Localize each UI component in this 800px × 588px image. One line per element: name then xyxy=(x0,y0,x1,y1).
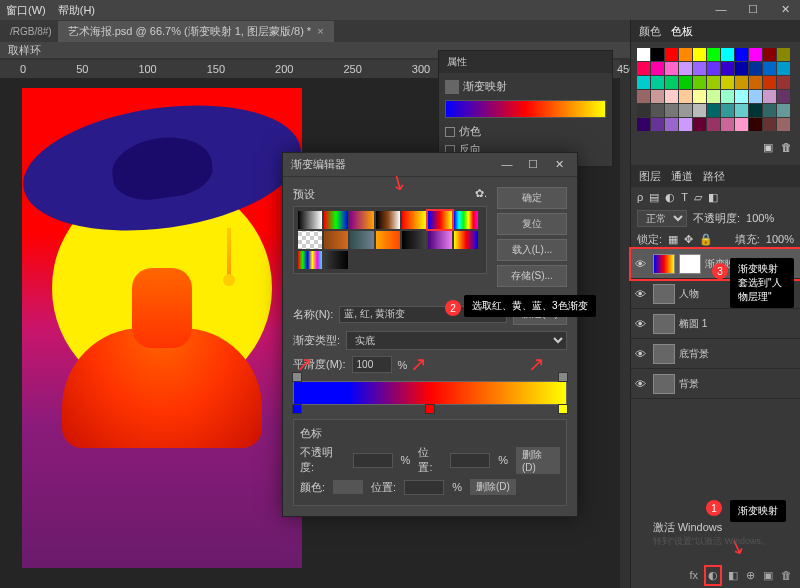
swatch[interactable] xyxy=(651,104,664,117)
swatch[interactable] xyxy=(693,48,706,61)
preset-swatch[interactable] xyxy=(376,231,400,249)
swatch[interactable] xyxy=(777,118,790,131)
layer-thumbnail[interactable] xyxy=(653,344,675,364)
filter-adj-icon[interactable]: ◐ xyxy=(665,191,675,204)
tab-swatches[interactable]: 色板 xyxy=(671,24,693,39)
menu-window[interactable]: 窗口(W) xyxy=(6,3,46,18)
swatch[interactable] xyxy=(749,48,762,61)
preset-swatch[interactable] xyxy=(428,231,452,249)
preset-swatch[interactable] xyxy=(350,211,374,229)
swatch[interactable] xyxy=(651,76,664,89)
layer-thumbnail[interactable] xyxy=(653,284,675,304)
filter-icon[interactable]: ρ xyxy=(637,191,643,203)
swatch[interactable] xyxy=(637,76,650,89)
swatch[interactable] xyxy=(777,48,790,61)
swatch[interactable] xyxy=(665,62,678,75)
swatch[interactable] xyxy=(721,76,734,89)
visibility-icon[interactable]: 👁 xyxy=(635,288,649,300)
swatch-trash-icon[interactable]: 🗑 xyxy=(781,141,792,153)
gradient-preview[interactable] xyxy=(445,100,606,118)
swatch[interactable] xyxy=(679,118,692,131)
preset-swatch[interactable] xyxy=(402,211,426,229)
swatch[interactable] xyxy=(637,48,650,61)
swatch[interactable] xyxy=(721,48,734,61)
swatch[interactable] xyxy=(749,104,762,117)
color-stop-yellow[interactable] xyxy=(558,404,568,414)
color-swatch[interactable] xyxy=(333,480,363,494)
layer-row[interactable]: 👁 底背景 xyxy=(631,339,800,369)
swatch[interactable] xyxy=(707,90,720,103)
filter-text-icon[interactable]: T xyxy=(681,191,688,203)
visibility-icon[interactable]: 👁 xyxy=(635,348,649,360)
preset-swatch[interactable] xyxy=(298,211,322,229)
swatch-new-icon[interactable]: ▣ xyxy=(763,141,773,154)
swatch[interactable] xyxy=(651,48,664,61)
filter-shape-icon[interactable]: ▱ xyxy=(694,191,702,204)
position-input[interactable] xyxy=(450,453,490,468)
swatch[interactable] xyxy=(651,118,664,131)
swatch[interactable] xyxy=(665,104,678,117)
close-icon[interactable]: × xyxy=(317,25,323,37)
swatch[interactable] xyxy=(749,62,762,75)
layer-footer-icon[interactable]: ◧ xyxy=(728,569,738,582)
swatch[interactable] xyxy=(679,62,692,75)
blend-mode-select[interactable]: 正常 xyxy=(637,210,687,227)
tab-color[interactable]: 颜色 xyxy=(639,24,661,39)
visibility-icon[interactable]: 👁 xyxy=(635,378,649,390)
swatch[interactable] xyxy=(679,48,692,61)
cancel-button[interactable]: 复位 xyxy=(497,213,567,235)
preset-swatch[interactable] xyxy=(402,231,426,249)
maximize-button[interactable]: ☐ xyxy=(738,0,768,18)
gradient-bar[interactable] xyxy=(293,381,567,405)
swatch[interactable] xyxy=(679,104,692,117)
swatch[interactable] xyxy=(693,90,706,103)
lock-position-icon[interactable]: ✥ xyxy=(684,233,693,246)
preset-swatch[interactable] xyxy=(298,251,322,269)
lock-pixels-icon[interactable]: ▦ xyxy=(668,233,678,246)
presets-gear-icon[interactable]: ✿. xyxy=(475,187,487,202)
swatch[interactable] xyxy=(763,90,776,103)
swatch[interactable] xyxy=(735,118,748,131)
layer-thumbnail[interactable] xyxy=(653,374,675,394)
swatch[interactable] xyxy=(665,76,678,89)
swatch[interactable] xyxy=(735,90,748,103)
filter-type-icon[interactable]: ▤ xyxy=(649,191,659,204)
preset-swatch[interactable] xyxy=(454,231,478,249)
swatch[interactable] xyxy=(749,76,762,89)
layer-row[interactable]: 👁 背景 xyxy=(631,369,800,399)
swatch[interactable] xyxy=(693,104,706,117)
dialog-maximize-icon[interactable]: ☐ xyxy=(523,158,543,171)
swatch[interactable] xyxy=(651,90,664,103)
swatch[interactable] xyxy=(763,118,776,131)
smooth-input[interactable] xyxy=(352,356,392,373)
lock-all-icon[interactable]: 🔒 xyxy=(699,233,713,246)
swatch[interactable] xyxy=(763,62,776,75)
preset-swatch[interactable] xyxy=(324,211,348,229)
swatch[interactable] xyxy=(665,90,678,103)
swatch[interactable] xyxy=(777,62,790,75)
swatch[interactable] xyxy=(665,48,678,61)
layer-footer-icon[interactable]: ▣ xyxy=(763,569,773,582)
dialog-minimize-icon[interactable]: — xyxy=(497,158,517,171)
swatch[interactable] xyxy=(735,76,748,89)
swatch[interactable] xyxy=(637,62,650,75)
tab-layers[interactable]: 图层 xyxy=(639,169,661,184)
layer-footer-icon[interactable]: ⊕ xyxy=(746,569,755,582)
swatch[interactable] xyxy=(679,76,692,89)
layer-footer-icon[interactable]: 🗑 xyxy=(781,569,792,581)
swatch[interactable] xyxy=(679,90,692,103)
layer-row[interactable]: 👁 椭圆 1 xyxy=(631,309,800,339)
swatch[interactable] xyxy=(749,118,762,131)
document-tab[interactable]: 艺术海报.psd @ 66.7% (渐变映射 1, 图层蒙版/8) * × xyxy=(58,21,334,42)
preset-swatch[interactable] xyxy=(324,231,348,249)
layer-footer-icon[interactable]: ◐ xyxy=(706,567,720,584)
swatch[interactable] xyxy=(707,118,720,131)
swatch[interactable] xyxy=(721,104,734,117)
swatch[interactable] xyxy=(777,90,790,103)
save-button[interactable]: 存储(S)... xyxy=(497,265,567,287)
swatch[interactable] xyxy=(651,62,664,75)
dialog-close-icon[interactable]: ✕ xyxy=(549,158,569,171)
close-button[interactable]: ✕ xyxy=(770,0,800,18)
menu-help[interactable]: 帮助(H) xyxy=(58,3,95,18)
filter-smart-icon[interactable]: ◧ xyxy=(708,191,718,204)
